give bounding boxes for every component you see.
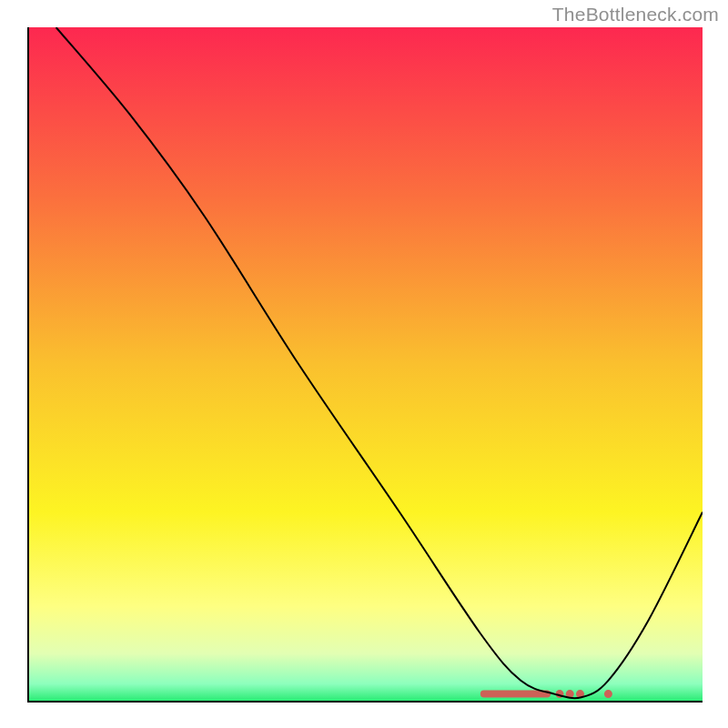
svg-point-4 (604, 690, 612, 698)
chart-svg (29, 27, 703, 701)
chart-container: TheBottleneck.com (0, 0, 728, 728)
plot-area (27, 27, 703, 703)
watermark-text: TheBottleneck.com (552, 4, 719, 25)
gradient-background (29, 27, 703, 701)
svg-rect-0 (480, 691, 551, 698)
